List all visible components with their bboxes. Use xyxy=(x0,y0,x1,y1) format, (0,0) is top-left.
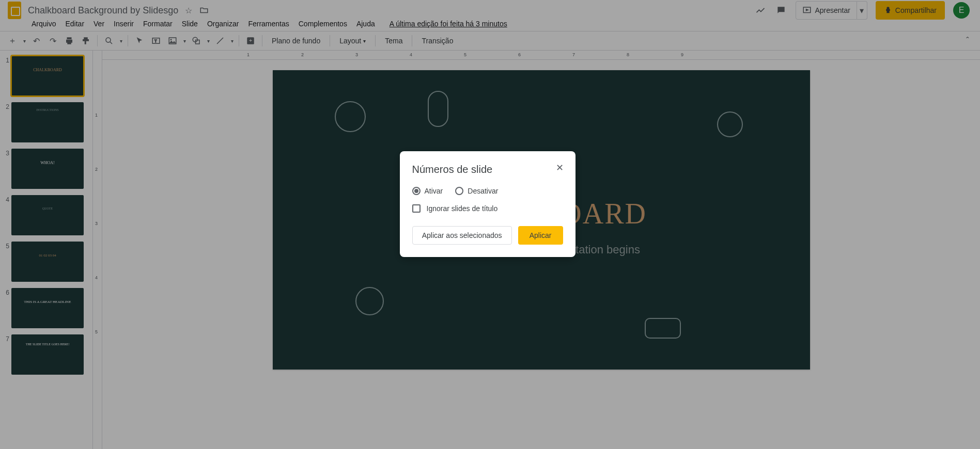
radio-activate[interactable]: Ativar xyxy=(412,187,443,195)
modal-scrim: ✕ Números de slide Ativar Desativar Igno… xyxy=(0,0,980,449)
dialog-title: Números de slide xyxy=(412,164,563,175)
apply-selected-button[interactable]: Aplicar aos selecionados xyxy=(412,226,512,245)
close-icon[interactable]: ✕ xyxy=(554,162,566,174)
slide-numbers-dialog: ✕ Números de slide Ativar Desativar Igno… xyxy=(400,151,575,257)
checkbox-skip-title-label: Ignorar slides de título xyxy=(427,204,498,213)
radio-activate-label: Ativar xyxy=(425,187,443,195)
radio-deactivate-label: Desativar xyxy=(468,187,498,195)
radio-unchecked-icon xyxy=(455,187,463,195)
radio-checked-icon xyxy=(412,187,421,195)
apply-button[interactable]: Aplicar xyxy=(518,226,563,245)
radio-deactivate[interactable]: Desativar xyxy=(455,187,498,195)
checkbox-skip-title[interactable] xyxy=(412,204,421,213)
